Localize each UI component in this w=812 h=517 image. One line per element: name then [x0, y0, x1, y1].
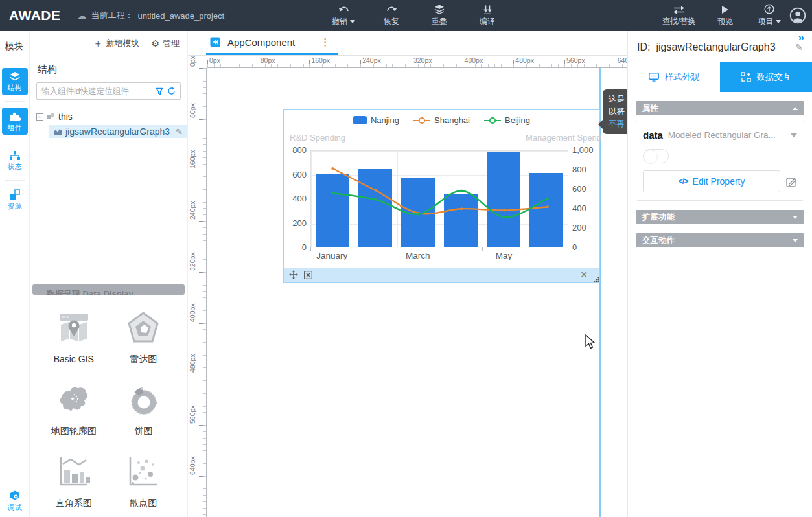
sidebar-item-component[interactable]: 组件: [2, 108, 28, 135]
caret-down-icon: [776, 20, 781, 23]
ruler-label: 240px: [362, 56, 381, 64]
user-avatar[interactable]: [789, 7, 806, 24]
palette-section-header[interactable]: 数据呈现 Data Display: [32, 284, 185, 295]
sidebar-item-resource[interactable]: 资源: [2, 187, 28, 214]
editor-tabstrip: AppComponent ⋮: [188, 31, 627, 56]
collapse-panel-icon[interactable]: »: [798, 31, 804, 44]
inspector-panel: » ID: jigsawRectangularGraph3 ✎ 样式外观 数据交…: [627, 31, 812, 517]
tab-data-interaction[interactable]: 数据交互: [720, 62, 812, 92]
cloud-icon: ☁: [78, 10, 87, 21]
main-area: 模块 结构组件状态资源 调试 ＋ 新增模块 ⚙ 管理 结构: [0, 31, 812, 517]
structure-panel: ＋ 新增模块 ⚙ 管理 结构 this jigsawRectangularGra…: [30, 31, 188, 517]
x-axis-label: May: [496, 251, 513, 260]
chinamap-icon: [55, 381, 93, 419]
sidebar-item-state[interactable]: 状态: [2, 147, 28, 174]
ruler-label: 320px: [413, 56, 432, 64]
legend-marker: [413, 117, 430, 124]
palette-item-barline[interactable]: 直角系图: [55, 453, 93, 509]
toolbar-button-preview[interactable]: 预览: [711, 4, 739, 27]
collapse-toggle-icon[interactable]: [36, 113, 43, 121]
line-series: [311, 151, 568, 247]
ruler-label: 80px: [261, 56, 275, 64]
plot-area: [310, 150, 568, 247]
tab-appcomponent[interactable]: AppComponent ⋮: [206, 31, 338, 55]
close-icon[interactable]: ✕: [580, 270, 594, 280]
structure-panel-header: ＋ 新增模块 ⚙ 管理: [30, 31, 187, 56]
delete-box-icon[interactable]: [304, 271, 312, 279]
inspector-tabs: 样式外观 数据交互: [628, 62, 812, 92]
ruler-label: 560px: [566, 56, 585, 64]
legend-item-nanjing[interactable]: Nanjing: [353, 115, 399, 125]
tab-menu-icon[interactable]: ⋮: [320, 36, 330, 48]
chevron-down-icon: [793, 239, 798, 242]
hint-tooltip: 这是 以将 不再: [603, 89, 627, 134]
y-tick-left: 200: [284, 218, 307, 228]
barline-icon: [55, 453, 93, 490]
y-tick-right: 0: [572, 242, 601, 252]
section-interactions[interactable]: 交互动作: [636, 233, 804, 247]
compile-icon: [483, 4, 493, 14]
toolbar-button-project[interactable]: 项目: [755, 4, 783, 27]
palette-item-radar[interactable]: 雷达图: [124, 309, 162, 365]
sidebar-item-structure[interactable]: 结构: [2, 68, 28, 95]
toolbar-button-layers[interactable]: 重叠: [425, 4, 454, 27]
app-logo: AWADE: [9, 8, 61, 23]
rename-pencil-icon[interactable]: ✎: [176, 127, 183, 137]
manage-button[interactable]: ⚙ 管理: [151, 38, 180, 49]
toolbar-right: 查找/替换预览项目: [662, 4, 783, 27]
design-canvas[interactable]: AppComponent ⋮ 0px80px160px240px320px400…: [188, 31, 627, 517]
y-tick-right: 800: [572, 165, 601, 174]
move-handle-icon[interactable]: [289, 270, 298, 279]
resize-grip[interactable]: [594, 277, 599, 282]
jigsaw-rectangular-graph-component[interactable]: NanjingShanghaiBeijing R&D Spending Mana…: [283, 109, 600, 283]
search-input[interactable]: [41, 87, 152, 96]
palette-item-pie[interactable]: 饼图: [124, 381, 162, 437]
legend-item-shanghai[interactable]: Shanghai: [413, 115, 470, 125]
y-tick-right: 600: [572, 184, 601, 194]
dismiss-link[interactable]: 不再: [609, 118, 627, 130]
component-palette: Basic GIS雷达图地图轮廓图饼图直角系图散点图: [30, 295, 187, 517]
palette-item-gis[interactable]: Basic GIS: [54, 309, 94, 365]
plus-icon: ＋: [93, 38, 102, 50]
structure-icon: [9, 71, 21, 82]
ruler-horizontal: 0px80px160px240px320px400px480px560px640…: [207, 56, 627, 68]
data-property-value: Modeled Rectangular Gra...: [668, 130, 785, 140]
toolbar-button-find-replace[interactable]: 查找/替换: [662, 4, 695, 27]
chart-node-icon: [53, 128, 62, 135]
palette-item-chinamap[interactable]: 地图轮廓图: [51, 381, 97, 437]
filter-icon[interactable]: [156, 87, 163, 95]
chart-legend: NanjingShanghaiBeijing: [284, 115, 599, 125]
ruler-label: 160px: [189, 150, 196, 169]
tree-node-selected[interactable]: jigsawRectangularGraph3 ✎: [49, 125, 187, 138]
pie-icon: [124, 381, 162, 419]
id-label: ID:: [637, 41, 650, 53]
x-axis-tick: [310, 247, 311, 251]
toolbar-button-undo[interactable]: 撤销: [329, 4, 358, 27]
data-property-row: data Modeled Rectangular Gra...: [643, 130, 797, 141]
layers-icon: [434, 4, 445, 14]
sidebar-item-debug[interactable]: 调试: [2, 487, 28, 514]
add-module-button[interactable]: ＋ 新增模块: [93, 38, 139, 50]
section-extensions[interactable]: 扩展功能: [636, 210, 804, 224]
mouse-cursor: [585, 334, 596, 350]
y-tick-left: 400: [284, 194, 307, 203]
edit-property-button[interactable]: </> Edit Property: [643, 170, 780, 192]
refresh-icon[interactable]: [167, 87, 176, 95]
tree-node-root[interactable]: this: [34, 110, 183, 123]
toolbar-button-compile[interactable]: 编译: [473, 4, 502, 27]
x-axis-tick: [568, 247, 568, 251]
tab-style-appearance[interactable]: 样式外观: [628, 62, 720, 92]
ruler-label: 640px: [189, 456, 196, 475]
data-toggle-switch[interactable]: [643, 149, 669, 163]
legend-item-beijing[interactable]: Beijing: [484, 115, 530, 125]
edit-code-pencil-icon[interactable]: [786, 176, 797, 187]
scatter-icon: [124, 453, 162, 490]
ruler-label: 240px: [189, 201, 196, 220]
section-properties[interactable]: 属性: [636, 101, 804, 115]
toolbar-button-redo[interactable]: 恢复: [377, 4, 406, 27]
component-search: [36, 82, 181, 100]
radar-icon: [124, 309, 162, 347]
project-icon: [764, 4, 774, 14]
chevron-down-icon[interactable]: [791, 133, 797, 137]
palette-item-scatter[interactable]: 散点图: [124, 453, 162, 509]
